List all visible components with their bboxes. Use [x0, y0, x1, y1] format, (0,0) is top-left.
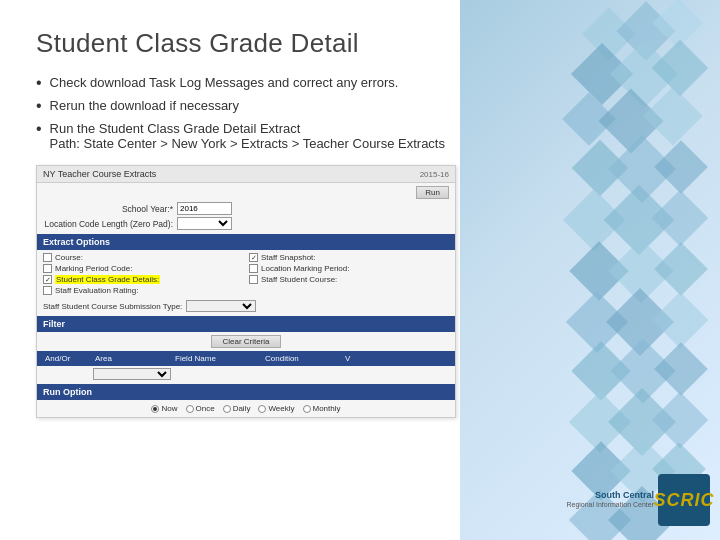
- run-option-monthly: Monthly: [303, 404, 341, 413]
- extract-options-header: Extract Options: [37, 234, 455, 250]
- scric-emblem: SCRIC: [658, 474, 710, 526]
- radio-once[interactable]: [186, 405, 194, 413]
- radio-weekly[interactable]: [258, 405, 266, 413]
- run-option-daily: Daily: [223, 404, 251, 413]
- staff-student-checkbox[interactable]: [249, 275, 258, 284]
- extract-item-marking-period: Marking Period Code:: [43, 264, 243, 273]
- bullet-item-1: Check download Task Log Messages and cor…: [36, 75, 690, 91]
- bullet-item-2: Rerun the download if necessary: [36, 98, 690, 114]
- location-code-row: Location Code Length (Zero Pad):: [37, 216, 455, 231]
- ss-top-bar: NY Teacher Course Extracts 2015-16: [37, 166, 455, 183]
- filter-table-body: [37, 366, 455, 382]
- cursor-icon: [43, 188, 53, 198]
- extract-item-staff-eval: Staff Evaluation Rating:: [43, 286, 243, 295]
- run-button[interactable]: Run: [416, 186, 449, 199]
- run-option-now: Now: [151, 404, 177, 413]
- bullet-list: Check download Task Log Messages and cor…: [36, 75, 690, 151]
- filter-table-header: And/Or Area Field Name Condition V: [37, 351, 455, 366]
- extract-item-location-marking: Location Marking Period:: [249, 264, 449, 273]
- radio-monthly[interactable]: [303, 405, 311, 413]
- location-code-select[interactable]: [177, 217, 232, 230]
- clear-criteria-row: Clear Criteria: [37, 332, 455, 351]
- main-content: Student Class Grade Detail Check downloa…: [0, 0, 720, 540]
- radio-daily[interactable]: [223, 405, 231, 413]
- filter-area-select[interactable]: [93, 368, 171, 380]
- run-option-once: Once: [186, 404, 215, 413]
- clear-criteria-button[interactable]: Clear Criteria: [211, 335, 280, 348]
- course-checkbox[interactable]: [43, 253, 52, 262]
- submission-type-select[interactable]: [186, 300, 256, 312]
- extract-options-grid: Course: ✓ Staff Snapshot: Marking Period…: [37, 250, 455, 298]
- screenshot-frame: NY Teacher Course Extracts 2015-16 Run S…: [36, 165, 456, 418]
- run-option-weekly: Weekly: [258, 404, 294, 413]
- extract-item-student-grade: ✓ Student Class Grade Details:: [43, 275, 243, 284]
- school-year-row: School Year:*: [37, 201, 455, 216]
- extract-item-staff-snapshot: ✓ Staff Snapshot:: [249, 253, 449, 262]
- bullet-item-3: Run the Student Class Grade Detail Extra…: [36, 121, 690, 151]
- radio-now[interactable]: [151, 405, 159, 413]
- page-title: Student Class Grade Detail: [36, 28, 690, 59]
- extract-item-course: Course:: [43, 253, 243, 262]
- ss-run-row: Run: [37, 183, 455, 201]
- school-year-input[interactable]: [177, 202, 232, 215]
- staff-eval-checkbox[interactable]: [43, 286, 52, 295]
- extract-item-staff-student: Staff Student Course:: [249, 275, 449, 284]
- run-option-header: Run Option: [37, 384, 455, 400]
- run-options-row: Now Once Daily Weekly Monthly: [37, 400, 455, 417]
- staff-snapshot-checkbox[interactable]: ✓: [249, 253, 258, 262]
- student-grade-checkbox[interactable]: ✓: [43, 275, 52, 284]
- sub-field-row: Staff Student Course Submission Type:: [37, 298, 455, 314]
- filter-header: Filter: [37, 316, 455, 332]
- scric-logo-wrapper: South Central Regional Information Cente…: [566, 474, 710, 526]
- location-marking-checkbox[interactable]: [249, 264, 258, 273]
- marking-period-checkbox[interactable]: [43, 264, 52, 273]
